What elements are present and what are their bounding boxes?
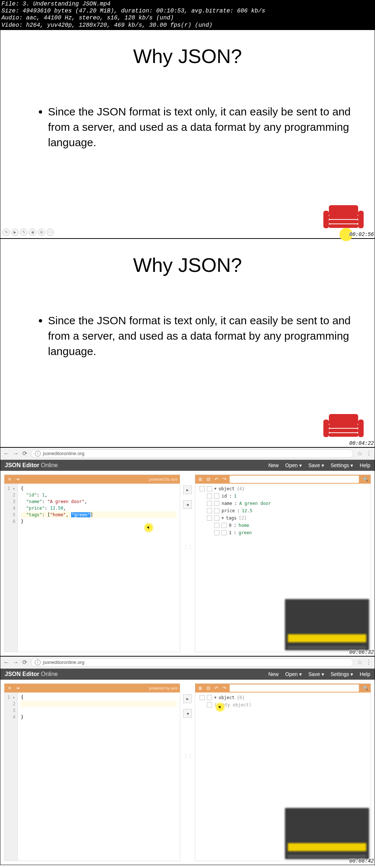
code-content[interactable]: { } <box>18 692 180 861</box>
line-gutter: 1 ▸23456 <box>4 484 18 652</box>
code-pane: ≡ ⇥ powered by ace 1 ▸23456 { "id": 1, "… <box>4 474 180 652</box>
bookmark-icon[interactable]: ☆ <box>357 659 362 666</box>
collapse-icon[interactable]: ⊟ <box>205 476 211 482</box>
back-button[interactable]: ← <box>3 450 9 457</box>
line-gutter: 1 ▸234 <box>4 692 18 861</box>
copy-right-button[interactable]: ▸ <box>183 694 192 703</box>
expand-icon[interactable]: ⊞ <box>197 476 203 482</box>
code-toolbar: ≡ ⇥ powered by ace <box>4 475 180 484</box>
undo-icon[interactable]: ↶ <box>214 685 219 691</box>
resize-handle[interactable]: ⋮⋮ <box>183 544 192 550</box>
pen-icon[interactable]: ✎ <box>3 229 10 236</box>
menu-settings[interactable]: Settings ▾ <box>331 671 353 677</box>
code-line: { <box>21 485 177 492</box>
forward-button[interactable]: → <box>13 450 19 457</box>
code-line: } <box>21 714 177 720</box>
expand-icon[interactable]: ⊞ <box>197 685 203 691</box>
menu-new[interactable]: New <box>268 671 279 677</box>
svg-rect-5 <box>358 211 364 228</box>
compact-icon[interactable]: ⇥ <box>15 476 21 482</box>
slide-bullet-list: Since the JSON format is text only, it c… <box>33 313 356 359</box>
search-input[interactable] <box>230 684 359 692</box>
reload-button[interactable]: ⟳ <box>22 659 27 666</box>
svg-rect-4 <box>323 211 329 228</box>
site-info-icon[interactable]: i <box>35 660 41 665</box>
video-frame-4: ← → ⟳ i jsoneditoronline.org ☆ ⋮ JSON Ed… <box>0 656 375 865</box>
bookmark-icon[interactable]: ☆ <box>357 450 362 457</box>
reload-button[interactable]: ⟳ <box>22 450 27 457</box>
menu-new[interactable]: New <box>268 462 279 468</box>
menu-save[interactable]: Save ▾ <box>308 671 324 677</box>
code-line: } <box>21 518 177 525</box>
menu-open[interactable]: Open ▾ <box>285 462 302 468</box>
search-input[interactable] <box>230 476 359 483</box>
address-bar[interactable]: i jsoneditoronline.org <box>31 449 353 458</box>
resize-handle[interactable]: ⋮⋮ <box>183 753 192 759</box>
globe-icon[interactable]: ◉ <box>29 229 36 236</box>
undo-icon[interactable]: ↶ <box>214 476 219 482</box>
zoom-icon[interactable]: ⊕ <box>38 229 45 236</box>
menu-open[interactable]: Open ▾ <box>285 671 302 677</box>
frame-timestamp: 00:04:22 <box>349 440 374 446</box>
slide-bullet-item: Since the JSON format is text only, it c… <box>48 104 356 150</box>
svg-rect-8 <box>329 429 358 432</box>
slide-title: Why JSON? <box>19 254 356 276</box>
browser-toolbar: ← → ⟳ i jsoneditoronline.org ☆ ⋮ <box>0 657 375 669</box>
search-icon[interactable]: 🔍 <box>363 476 368 482</box>
menu-help[interactable]: Help <box>360 671 370 677</box>
video-frame-2: Why JSON? Since the JSON format is text … <box>0 239 375 447</box>
code-line: "tags": ["home", "green"] <box>21 511 177 518</box>
code-content[interactable]: { "id": 1, "name": "A green door", "pric… <box>18 484 180 652</box>
code-line <box>21 707 177 714</box>
tree-toolbar: ⊞ ⊟ ↶ ↷ 🔍 <box>195 684 371 692</box>
code-editor[interactable]: 1 ▸234 { } <box>4 692 180 861</box>
powered-by-label: powered by ace <box>149 686 178 690</box>
svg-rect-7 <box>329 424 358 428</box>
code-editor[interactable]: 1 ▸23456 { "id": 1, "name": "A green doo… <box>4 484 180 652</box>
highlight-icon[interactable]: ✎ <box>20 229 27 236</box>
copy-left-button[interactable]: ◂ <box>183 709 192 718</box>
code-line: { <box>21 694 177 701</box>
app-header: JSON Editor Online New Open ▾ Save ▾ Set… <box>0 669 375 680</box>
more-icon[interactable]: ⋯ <box>47 229 54 236</box>
presentation-controls: ✎ ▶ ✎ ◉ ⊕ ⋯ <box>3 229 54 236</box>
collapse-icon[interactable]: ⊟ <box>205 685 211 691</box>
menu-settings[interactable]: Settings ▾ <box>331 462 353 468</box>
site-info-icon[interactable]: i <box>35 451 41 457</box>
code-line: "price": 12.50, <box>21 505 177 511</box>
redo-icon[interactable]: ↷ <box>222 685 227 691</box>
format-icon[interactable]: ≡ <box>7 476 12 482</box>
tree-toolbar: ⊞ ⊟ ↶ ↷ 🔍 <box>195 475 371 484</box>
forward-button[interactable]: → <box>13 659 19 666</box>
cursor-highlight <box>143 522 154 533</box>
app-menu: New Open ▾ Save ▾ Settings ▾ Help <box>268 462 370 468</box>
back-button[interactable]: ← <box>3 659 9 666</box>
menu-save[interactable]: Save ▾ <box>308 462 324 468</box>
compact-icon[interactable]: ⇥ <box>15 685 21 691</box>
transfer-controls: ▸ ◂ ⋮⋮ <box>180 683 195 861</box>
search-icon[interactable]: 🔍 <box>363 685 368 691</box>
redo-icon[interactable]: ↷ <box>222 476 227 482</box>
svg-rect-3 <box>329 224 358 228</box>
couch-logo-icon <box>322 202 365 231</box>
couch-logo-icon <box>322 410 365 440</box>
copy-right-button[interactable]: ▸ <box>183 485 192 494</box>
url-text: jsoneditoronline.org <box>43 451 84 456</box>
play-icon[interactable]: ▶ <box>11 229 19 236</box>
meta-audio: Audio: aac, 44100 Hz, stereo, s16, 128 k… <box>1 15 374 22</box>
menu-help[interactable]: Help <box>360 462 370 468</box>
svg-rect-11 <box>358 420 364 437</box>
format-icon[interactable]: ≡ <box>7 685 12 691</box>
code-pane: ≡ ⇥ powered by ace 1 ▸234 { } <box>4 683 180 861</box>
code-line <box>21 701 177 707</box>
menu-icon[interactable]: ⋮ <box>366 450 372 457</box>
svg-rect-9 <box>329 433 358 437</box>
video-frame-1: Why JSON? Since the JSON format is text … <box>0 30 375 239</box>
app-header: JSON Editor Online New Open ▾ Save ▾ Set… <box>0 460 375 471</box>
menu-icon[interactable]: ⋮ <box>366 659 372 666</box>
transfer-controls: ▸ ◂ ⋮⋮ <box>180 474 195 652</box>
copy-left-button[interactable]: ◂ <box>183 500 192 509</box>
svg-rect-10 <box>323 420 329 437</box>
code-toolbar: ≡ ⇥ powered by ace <box>4 684 180 692</box>
address-bar[interactable]: i jsoneditoronline.org <box>31 658 353 667</box>
